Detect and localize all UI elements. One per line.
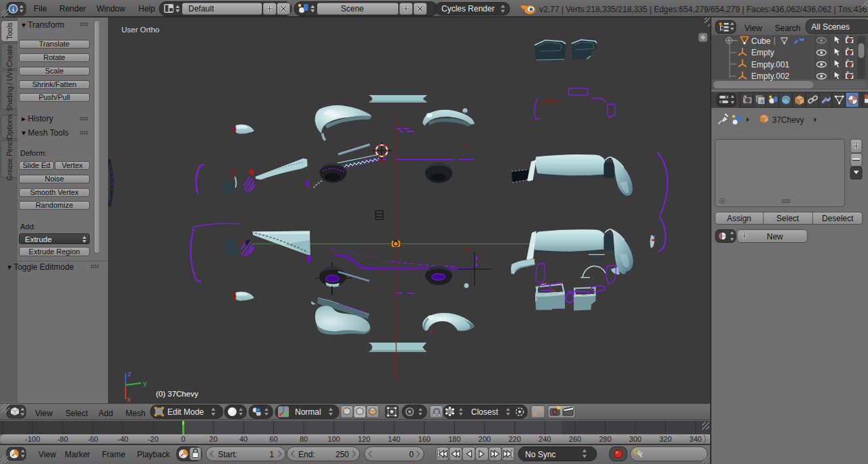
svg-text:Select: Select xyxy=(776,214,799,223)
svg-text:60: 60 xyxy=(269,435,277,443)
svg-text:y: y xyxy=(143,379,147,387)
svg-text:1: 1 xyxy=(269,450,274,459)
svg-text:0: 0 xyxy=(181,435,185,443)
svg-text:120: 120 xyxy=(358,435,370,443)
svg-text:37Chevy: 37Chevy xyxy=(772,115,804,125)
svg-text:300: 300 xyxy=(629,435,641,443)
svg-text:250: 250 xyxy=(335,450,349,459)
svg-text:Empty.002: Empty.002 xyxy=(751,71,790,81)
svg-text:No Sync: No Sync xyxy=(525,450,555,459)
svg-text:240: 240 xyxy=(539,435,551,443)
svg-text:User Ortho: User Ortho xyxy=(121,26,159,34)
svg-text:220: 220 xyxy=(508,435,520,443)
svg-text:Empty.001: Empty.001 xyxy=(751,60,790,69)
svg-text:80: 80 xyxy=(300,435,308,443)
svg-text:-20: -20 xyxy=(148,435,159,443)
svg-text:Empty: Empty xyxy=(751,48,774,57)
svg-text:|: | xyxy=(774,36,776,45)
svg-text:280: 280 xyxy=(599,435,611,443)
svg-text:20: 20 xyxy=(209,435,217,443)
svg-text:200: 200 xyxy=(479,435,491,443)
svg-text:v2.77 | Verts:218,335/218,335: v2.77 | Verts:218,335/218,335 | Edges:65… xyxy=(539,5,868,14)
svg-text:z: z xyxy=(128,370,132,378)
svg-text:Assign: Assign xyxy=(727,214,751,223)
svg-text:Edit Mode: Edit Mode xyxy=(167,407,204,417)
svg-text:Default: Default xyxy=(188,4,215,13)
svg-text:340: 340 xyxy=(689,435,701,443)
svg-text:All Scenes: All Scenes xyxy=(811,22,850,32)
svg-text:Closest: Closest xyxy=(471,407,499,417)
svg-text:40: 40 xyxy=(240,435,248,443)
svg-text:End:: End: xyxy=(298,450,315,459)
svg-text:Deselect: Deselect xyxy=(822,214,854,223)
svg-text:Start:: Start: xyxy=(218,450,238,459)
svg-text:-60: -60 xyxy=(88,435,99,443)
svg-text:x: x xyxy=(127,395,131,403)
svg-text:180: 180 xyxy=(448,435,460,443)
svg-text:260: 260 xyxy=(569,435,581,443)
svg-text:0: 0 xyxy=(409,450,414,459)
svg-text:-80: -80 xyxy=(57,435,68,443)
svg-text:-40: -40 xyxy=(117,435,128,443)
svg-text:(0) 37Chevy: (0) 37Chevy xyxy=(156,390,198,398)
svg-text:140: 140 xyxy=(388,435,400,443)
svg-text:100: 100 xyxy=(328,435,340,443)
svg-text:Cycles Render: Cycles Render xyxy=(441,4,495,13)
svg-text:Normal: Normal xyxy=(295,407,321,417)
svg-text:160: 160 xyxy=(418,435,431,443)
svg-text:320: 320 xyxy=(659,435,672,443)
svg-text:-100: -100 xyxy=(25,435,40,443)
svg-text:Scene: Scene xyxy=(341,4,364,13)
svg-text:Cube: Cube xyxy=(751,36,771,46)
svg-text:New: New xyxy=(767,232,783,241)
